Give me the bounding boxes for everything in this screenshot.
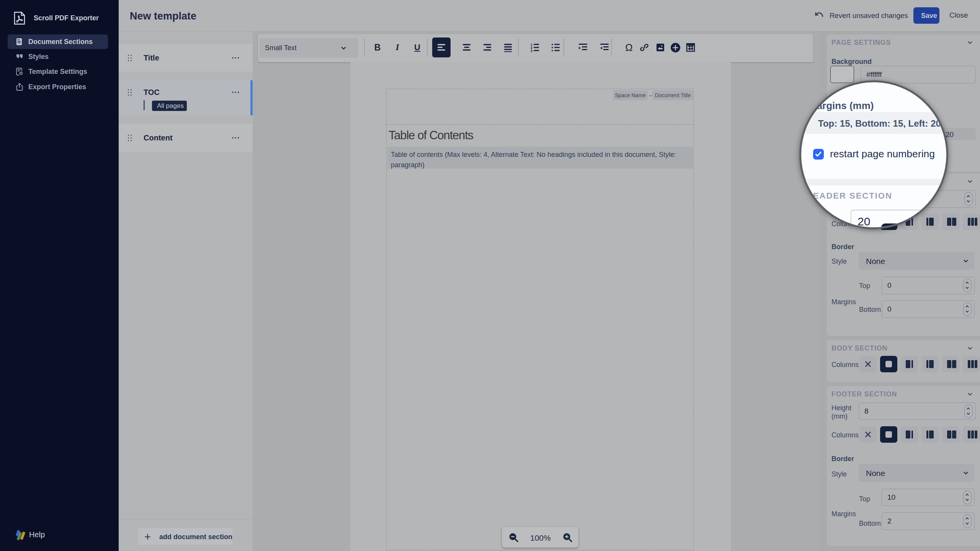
svg-text:3: 3 — [531, 49, 532, 52]
